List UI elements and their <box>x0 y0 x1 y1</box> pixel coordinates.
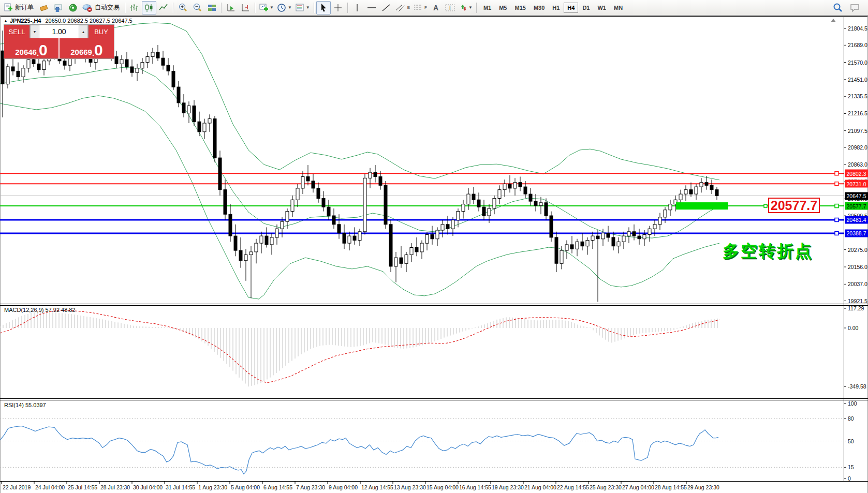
toolbar-separator <box>255 3 255 13</box>
buy-price-panel[interactable]: 20669.0 <box>60 38 114 58</box>
chart-shift-button[interactable] <box>238 1 253 14</box>
rsi-axis-tick: 80 <box>848 415 854 422</box>
sell-price-panel[interactable]: 20646.0 <box>4 38 58 58</box>
volume-value: 1.00 <box>52 27 66 36</box>
date-tick-label: 6 Aug 14:55 <box>263 484 292 490</box>
sell-button[interactable]: SELL <box>4 25 30 38</box>
candlestick-chart-icon <box>144 3 154 12</box>
date-tick-label: 24 Jul 04:00 <box>35 484 65 490</box>
date-tick-label: 16 Aug 14:55 <box>459 484 491 490</box>
price-line-label[interactable]: 20731.0 <box>845 180 868 188</box>
channel-tool-button[interactable]: E <box>393 1 411 14</box>
arrows-tool-button[interactable]: ▼ <box>458 1 474 14</box>
volume-down-icon: ▼ <box>33 30 37 34</box>
date-tick-label: 21 Aug 04:00 <box>524 484 556 490</box>
timeframe-H1[interactable]: H1 <box>549 3 563 13</box>
toolbar: 新订单 自动交易 ▼ ▼ <box>0 0 868 16</box>
price-callout-box[interactable]: 20577.7 <box>768 198 820 213</box>
signal-button[interactable] <box>66 1 80 14</box>
new-order-label: 新订单 <box>14 3 35 12</box>
date-tick-label: 9 Aug 04:00 <box>329 484 358 490</box>
tile-windows-icon <box>207 3 217 12</box>
svg-text:T: T <box>448 5 452 11</box>
candlestick-chart-button[interactable] <box>142 1 156 14</box>
period-clock-button[interactable]: ▼ <box>275 1 293 14</box>
text-tool-icon: A <box>433 4 438 12</box>
chart-shift-icon <box>241 3 251 12</box>
tile-windows-button[interactable] <box>204 1 219 14</box>
timeframe-M5[interactable]: M5 <box>495 3 510 13</box>
toolbar-separator <box>125 3 125 13</box>
price-line-label[interactable]: 20577.7 <box>845 202 868 210</box>
macd-values: 57.92 48.82 <box>45 307 75 313</box>
toolbar-separator <box>173 3 173 13</box>
chinese-annotation[interactable]: 多空转折点 <box>723 240 813 263</box>
scroll-anchor-icon <box>831 19 836 22</box>
date-tick-label: 30 Jul 04:00 <box>133 484 163 490</box>
timeframe-M1[interactable]: M1 <box>480 3 495 13</box>
bar-chart-button[interactable] <box>127 1 142 14</box>
channel-icon <box>395 3 406 12</box>
rsi-indicator-label: RSI(14) 55.0397 <box>4 402 46 408</box>
volume-increase-button[interactable]: ▲ <box>79 25 88 38</box>
timeframe-MN[interactable]: MN <box>610 3 626 13</box>
template-button[interactable]: ▼ <box>293 1 312 14</box>
price-line-label[interactable]: 20647.5 <box>845 192 868 200</box>
zoom-out-button[interactable] <box>190 1 204 14</box>
timeframe-M30[interactable]: M30 <box>530 3 548 13</box>
date-tick-label: 7 Aug 23:30 <box>296 484 325 490</box>
auto-scroll-icon <box>226 3 236 12</box>
price-line-label[interactable]: 20481.4 <box>845 216 868 223</box>
timeframe-M15[interactable]: M15 <box>511 3 529 13</box>
new-order-button[interactable]: 新订单 <box>2 1 37 14</box>
zoom-in-button[interactable] <box>175 1 190 14</box>
trendline-tool-button[interactable] <box>379 1 393 14</box>
price-line-label[interactable]: 20388.7 <box>845 229 868 237</box>
buy-button[interactable]: BUY <box>89 25 114 38</box>
timeframe-H4[interactable]: H4 <box>564 3 578 13</box>
eraser-button[interactable] <box>37 1 51 14</box>
dropdown-caret-icon: ▼ <box>270 6 274 10</box>
crosshair-icon <box>333 3 343 12</box>
date-tick-label: 1 Aug 23:30 <box>198 484 227 490</box>
symbol-period: JPN225-,H4 <box>10 18 41 24</box>
text-label-icon: T <box>445 3 456 12</box>
timeframe-W1[interactable]: W1 <box>594 3 610 13</box>
channel-letter: E <box>407 5 410 10</box>
auto-scroll-button[interactable] <box>224 1 238 14</box>
price-line-label[interactable]: 20802.3 <box>845 170 868 177</box>
new-chart-button[interactable]: ▼ <box>257 1 275 14</box>
cursor-tool-button[interactable] <box>316 1 331 14</box>
autotrade-button[interactable]: 自动交易 <box>80 1 123 14</box>
search-icon[interactable] <box>833 3 843 13</box>
date-tick-label: 13 Aug 23:30 <box>394 484 426 490</box>
chat-icon[interactable] <box>849 3 861 13</box>
one-click-trade-panel: SELL ▼ 1.00 ▲ BUY 20646.0 20669.0 <box>4 24 114 59</box>
volume-decrease-button[interactable]: ▼ <box>30 25 39 38</box>
trader-button[interactable] <box>51 1 66 14</box>
eraser-icon <box>39 3 49 12</box>
rsi-line <box>0 426 718 474</box>
price-tick: 19921.5 <box>848 298 867 304</box>
line-chart-button[interactable] <box>156 1 171 14</box>
signal-icon <box>68 3 78 12</box>
date-tick-label: 12 Aug 14:55 <box>361 484 393 490</box>
new-order-icon <box>4 3 13 12</box>
volume-input[interactable]: 1.00 <box>39 25 79 38</box>
date-tick-label: 19 Aug 23:30 <box>492 484 524 490</box>
text-label-tool-button[interactable]: T <box>443 1 458 14</box>
zoom-out-icon <box>193 3 202 12</box>
buy-label: BUY <box>94 28 108 36</box>
horizontal-line-tool-button[interactable] <box>364 1 379 14</box>
collapse-arrow-icon[interactable]: ▲ <box>4 19 8 23</box>
dropdown-caret-icon: ▼ <box>468 6 473 10</box>
crosshair-tool-button[interactable] <box>331 1 345 14</box>
period-clock-icon <box>277 3 287 12</box>
vertical-line-tool-button[interactable] <box>350 1 364 14</box>
price-tick: 21451.0 <box>848 77 867 83</box>
rsi-axis-tick: 15 <box>848 464 854 470</box>
fibonacci-tool-button[interactable]: F <box>411 1 429 14</box>
text-tool-button[interactable]: A <box>429 1 443 14</box>
timeframe-D1[interactable]: D1 <box>579 3 593 13</box>
date-tick-label: 25 Jul 14:55 <box>68 484 97 490</box>
